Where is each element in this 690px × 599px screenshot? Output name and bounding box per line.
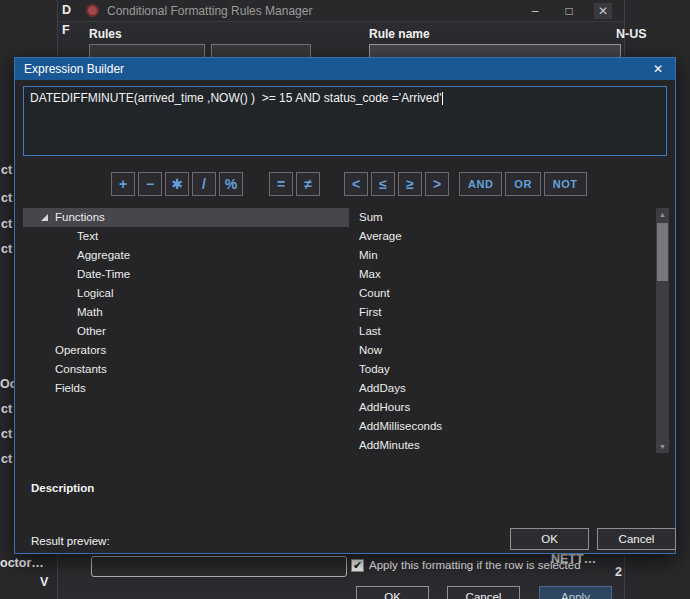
greater-equal-button[interactable]: ≥ — [398, 172, 422, 196]
bg-fragment: V — [40, 575, 48, 589]
bg-fragment: ct — [1, 163, 12, 177]
scroll-up-icon[interactable]: ▲ — [656, 208, 669, 221]
percent-button[interactable]: % — [219, 172, 243, 196]
tree-item-label: Math — [23, 303, 349, 322]
bg-fragment: ct — [1, 427, 12, 441]
category-tree: Functions Text Aggregate Date-Time Logic… — [23, 208, 349, 453]
expression-input[interactable]: DATEDIFFMINUTE(arrived_time ,NOW() ) >= … — [23, 86, 667, 156]
bg-fragment: ct — [1, 452, 12, 466]
list-item-addminutes[interactable]: AddMinutes — [349, 436, 656, 453]
close-button-icon[interactable]: ✕ — [594, 3, 612, 19]
operator-toolbar: + − ✱ / % = ≠ < ≤ ≥ > AND OR NOT — [111, 172, 587, 196]
list-item-max[interactable]: Max — [349, 265, 656, 284]
equality-group: = ≠ — [269, 172, 320, 196]
row-selected-checkbox-label: Apply this formatting if the row is sele… — [369, 559, 581, 571]
tree-item-operators[interactable]: Operators — [23, 341, 349, 360]
cancel-button[interactable]: Cancel — [597, 528, 676, 550]
list-item-last[interactable]: Last — [349, 322, 656, 341]
minus-button[interactable]: − — [138, 172, 162, 196]
bg-fragment: ct — [1, 191, 12, 205]
arithmetic-group: + − ✱ / % — [111, 172, 243, 196]
list-item-average[interactable]: Average — [349, 227, 656, 246]
tree-item-label: Functions — [23, 208, 349, 227]
rule-name-field[interactable] — [369, 44, 621, 58]
dialog-titlebar[interactable]: Expression Builder ✕ — [15, 58, 675, 80]
rules-label: Rules — [89, 27, 122, 41]
expression-builder-dialog: Expression Builder ✕ DATEDIFFMINUTE(arri… — [14, 57, 676, 554]
dialog-title: Expression Builder — [24, 62, 124, 76]
or-button[interactable]: OR — [505, 172, 541, 196]
tree-item-text[interactable]: Text — [23, 227, 349, 246]
dialog-close-icon[interactable]: ✕ — [650, 62, 666, 76]
text-caret — [442, 92, 443, 105]
rule-name-label: Rule name — [369, 27, 430, 41]
rules-manager-titlebar[interactable]: Conditional Formatting Rules Manager – □… — [58, 0, 624, 22]
tree-item-label: Operators — [23, 341, 349, 360]
manager-ok-button[interactable]: OK — [356, 586, 429, 599]
bg-fragment: octor… — [0, 556, 44, 570]
row-selected-checkbox[interactable]: ✔ — [351, 559, 364, 572]
tree-item-date-time[interactable]: Date-Time — [23, 265, 349, 284]
rule-value-input[interactable] — [91, 556, 347, 577]
expanded-triangle-icon[interactable] — [41, 214, 48, 221]
bg-fragment-number: 2 — [615, 565, 622, 579]
tree-item-label: Other — [23, 322, 349, 341]
bg-fragment-locale: N-US — [616, 27, 647, 41]
list-item-first[interactable]: First — [349, 303, 656, 322]
minimize-button-icon[interactable]: – — [526, 3, 544, 19]
divide-button[interactable]: / — [192, 172, 216, 196]
list-item-sum[interactable]: Sum — [349, 208, 656, 227]
bg-fragment: F — [62, 23, 70, 37]
tree-item-label: Text — [23, 227, 349, 246]
description-label: Description — [31, 482, 94, 494]
tree-item-label: Fields — [23, 379, 349, 398]
tree-item-fields[interactable]: Fields — [23, 379, 349, 398]
tree-item-label: Logical — [23, 284, 349, 303]
list-item-addmilliseconds[interactable]: AddMilliseconds — [349, 417, 656, 436]
plus-button[interactable]: + — [111, 172, 135, 196]
result-preview-label: Result preview: — [31, 535, 110, 547]
list-item-now[interactable]: Now — [349, 341, 656, 360]
greater-than-button[interactable]: > — [425, 172, 449, 196]
function-list: Sum Average Min Max Count First Last Now… — [349, 208, 656, 453]
tree-item-label: Constants — [23, 360, 349, 379]
ok-button[interactable]: OK — [510, 528, 589, 550]
list-scrollbar[interactable]: ▲ ▼ — [656, 208, 669, 453]
less-than-button[interactable]: < — [344, 172, 368, 196]
manager-cancel-button[interactable]: Cancel — [447, 586, 520, 599]
list-item-min[interactable]: Min — [349, 246, 656, 265]
list-item-today[interactable]: Today — [349, 360, 656, 379]
multiply-button[interactable]: ✱ — [165, 172, 189, 196]
rules-dropdown[interactable] — [89, 44, 205, 58]
builder-panes: Functions Text Aggregate Date-Time Logic… — [23, 208, 669, 453]
comparison-group: < ≤ ≥ > — [344, 172, 449, 196]
list-item-count[interactable]: Count — [349, 284, 656, 303]
list-item-adddays[interactable]: AddDays — [349, 379, 656, 398]
tree-item-label: Aggregate — [23, 246, 349, 265]
tree-item-constants[interactable]: Constants — [23, 360, 349, 379]
list-item-addhours[interactable]: AddHours — [349, 398, 656, 417]
tree-item-logical[interactable]: Logical — [23, 284, 349, 303]
tree-item-aggregate[interactable]: Aggregate — [23, 246, 349, 265]
maximize-button-icon[interactable]: □ — [560, 3, 578, 19]
tree-item-label: Date-Time — [23, 265, 349, 284]
tree-item-math[interactable]: Math — [23, 303, 349, 322]
manager-apply-button[interactable]: Apply — [539, 586, 612, 599]
not-button[interactable]: NOT — [544, 172, 587, 196]
bg-fragment: ct — [1, 402, 12, 416]
and-button[interactable]: AND — [459, 172, 502, 196]
bg-fragment: ct — [1, 217, 12, 231]
not-equals-button[interactable]: ≠ — [296, 172, 320, 196]
scrollbar-thumb[interactable] — [657, 223, 668, 281]
tree-item-functions[interactable]: Functions — [23, 208, 349, 227]
bg-fragment: ct — [1, 242, 12, 256]
bg-fragment-nett: NETT… — [551, 552, 596, 566]
equals-button[interactable]: = — [269, 172, 293, 196]
tree-item-other[interactable]: Other — [23, 322, 349, 341]
less-equal-button[interactable]: ≤ — [371, 172, 395, 196]
bg-fragment: D — [62, 3, 71, 17]
scroll-down-icon[interactable]: ▼ — [656, 440, 669, 453]
app-logo-icon — [86, 4, 99, 17]
logical-group: AND OR NOT — [459, 172, 587, 196]
rules-dropdown2[interactable] — [211, 44, 311, 58]
